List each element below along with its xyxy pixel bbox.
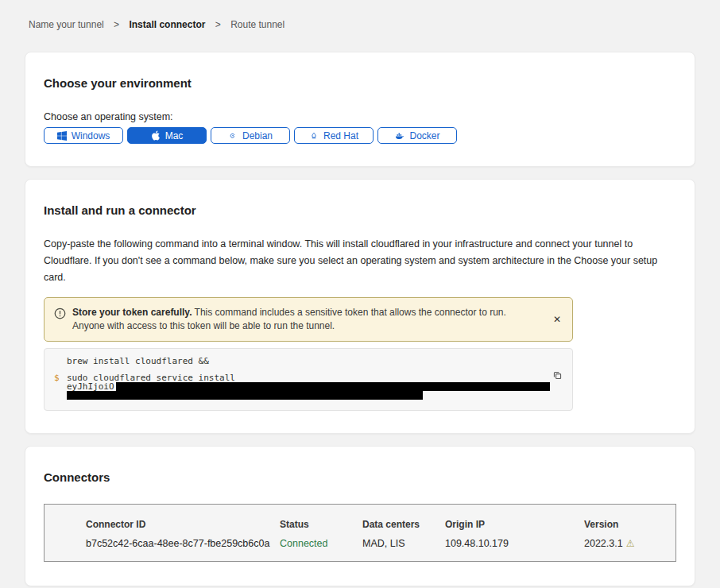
os-button-redhat[interactable]: Red Hat [294, 127, 374, 144]
command-line-2-text: sudo cloudflared service install [67, 373, 235, 383]
col-header-data-centers: Data centers [362, 519, 445, 530]
connector-row: b7c52c42-6caa-48ee-8c77-fbe259cb6c0a Con… [86, 538, 675, 549]
token-redaction-bar [67, 391, 423, 400]
connectors-card-title: Connectors [44, 470, 676, 484]
environment-card-title: Choose your environment [44, 76, 676, 90]
install-description: Copy-paste the following command into a … [44, 236, 676, 286]
breadcrumb-step-route-tunnel[interactable]: Route tunnel [230, 19, 285, 30]
copy-icon[interactable] [552, 370, 563, 383]
apple-icon [151, 130, 161, 141]
col-header-connector-id: Connector ID [86, 519, 280, 530]
token-redaction-bar [116, 382, 550, 391]
status-badge: Connected [280, 538, 362, 549]
shell-prompt: $ [54, 373, 60, 382]
breadcrumb-separator: > [114, 19, 119, 30]
os-button-label: Red Hat [323, 130, 358, 141]
col-header-version: Version [584, 519, 675, 530]
breadcrumb-step-install-connector[interactable]: Install connector [129, 19, 205, 30]
col-header-origin-ip: Origin IP [445, 519, 584, 530]
token-warning-text: Store your token carefully. This command… [72, 306, 540, 333]
os-button-windows[interactable]: Windows [44, 127, 123, 144]
debian-icon [228, 131, 238, 141]
os-select-label: Choose an operating system: [44, 111, 676, 122]
breadcrumb: Name your tunnel > Install connector > R… [25, 19, 695, 30]
col-header-status: Status [280, 519, 362, 530]
warning-triangle-icon: ⚠ [626, 538, 635, 549]
install-card: Install and run a connector Copy-paste t… [25, 179, 695, 434]
environment-card: Choose your environment Choose an operat… [25, 52, 695, 167]
token-line: eyJhIjoiO [67, 382, 540, 391]
tunnel-setup-page: Name your tunnel > Install connector > R… [0, 0, 720, 588]
version-value: 2022.3.1⚠ [584, 538, 675, 549]
command-line-2: $sudo cloudflared service install [67, 373, 540, 382]
command-line-1: brew install cloudflared && [67, 357, 540, 366]
data-centers-value: MAD, LIS [362, 538, 445, 549]
breadcrumb-step-name-tunnel[interactable]: Name your tunnel [29, 19, 104, 30]
redhat-icon [309, 131, 319, 141]
os-button-debian[interactable]: Debian [211, 127, 290, 144]
os-button-label: Windows [72, 130, 110, 141]
install-card-title: Install and run a connector [44, 203, 676, 217]
os-button-label: Mac [165, 130, 184, 141]
os-button-docker[interactable]: Docker [377, 127, 457, 144]
os-button-group: Windows Mac Debian Red Hat Docker [44, 127, 676, 144]
connectors-card: Connectors Connector ID Status Data cent… [25, 446, 695, 586]
info-circle-icon [54, 308, 66, 323]
token-warning-bold: Store your token carefully. [72, 307, 192, 318]
os-button-label: Debian [242, 130, 273, 141]
docker-icon [394, 131, 405, 141]
origin-ip-value: 109.48.10.179 [445, 538, 584, 549]
os-button-mac[interactable]: Mac [127, 127, 207, 144]
close-icon[interactable]: ✕ [552, 313, 563, 327]
connectors-table: Connector ID Status Data centers Origin … [44, 504, 676, 562]
windows-icon [57, 131, 67, 141]
os-button-label: Docker [409, 130, 439, 141]
token-warning-banner: Store your token carefully. This command… [44, 297, 573, 342]
install-command-block: brew install cloudflared && $sudo cloudf… [44, 348, 573, 411]
breadcrumb-separator: > [215, 19, 221, 30]
connector-id-value: b7c52c42-6caa-48ee-8c77-fbe259cb6c0a [86, 538, 280, 549]
connectors-table-header: Connector ID Status Data centers Origin … [86, 519, 675, 530]
